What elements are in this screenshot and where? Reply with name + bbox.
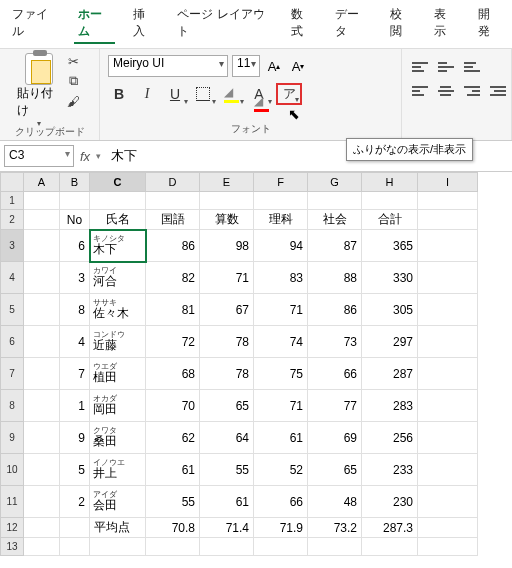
underline-button[interactable]: U▾ bbox=[164, 83, 186, 105]
cell[interactable] bbox=[24, 210, 60, 230]
indent-button[interactable] bbox=[487, 81, 509, 101]
fx-icon[interactable]: fx bbox=[80, 149, 90, 164]
menu-開発[interactable]: 開発 bbox=[474, 4, 504, 44]
cell-val[interactable]: 86 bbox=[308, 294, 362, 326]
cell-no[interactable]: 7 bbox=[60, 358, 90, 390]
cell-val[interactable]: 71 bbox=[254, 294, 308, 326]
cell-val[interactable]: 283 bbox=[362, 390, 418, 422]
increase-font-icon[interactable]: A▴ bbox=[264, 55, 284, 77]
cell-val[interactable]: 77 bbox=[308, 390, 362, 422]
cell[interactable] bbox=[418, 210, 478, 230]
menu-数式[interactable]: 数式 bbox=[287, 4, 317, 44]
cell[interactable] bbox=[362, 538, 418, 556]
cell[interactable] bbox=[418, 518, 478, 538]
cell-val[interactable]: 65 bbox=[200, 390, 254, 422]
col-header-E[interactable]: E bbox=[200, 172, 254, 192]
font-size-select[interactable]: 11 bbox=[232, 55, 260, 77]
cell-name[interactable]: ササキ佐々木 bbox=[90, 294, 146, 326]
italic-button[interactable]: I bbox=[136, 83, 158, 105]
cell-val[interactable]: 78 bbox=[200, 326, 254, 358]
cell-val[interactable]: 75 bbox=[254, 358, 308, 390]
header-rika[interactable]: 理科 bbox=[254, 210, 308, 230]
cell-val[interactable]: 64 bbox=[200, 422, 254, 454]
cell-val[interactable]: 61 bbox=[146, 454, 200, 486]
cell[interactable] bbox=[200, 192, 254, 210]
decrease-font-icon[interactable]: A▾ bbox=[288, 55, 308, 77]
cell-name[interactable]: アイダ会田 bbox=[90, 486, 146, 518]
cell[interactable] bbox=[308, 192, 362, 210]
cell-no[interactable]: 1 bbox=[60, 390, 90, 422]
cell-val[interactable]: 62 bbox=[146, 422, 200, 454]
menu-ページ レイアウト[interactable]: ページ レイアウト bbox=[173, 4, 272, 44]
cell[interactable] bbox=[24, 358, 60, 390]
paste-button[interactable]: 貼り付け ▾ bbox=[17, 53, 61, 128]
cell-val[interactable]: 71 bbox=[200, 262, 254, 294]
align-left-button[interactable] bbox=[409, 81, 431, 101]
cell-val[interactable]: 71 bbox=[254, 390, 308, 422]
formula-value[interactable]: 木下 bbox=[107, 145, 141, 167]
bold-button[interactable]: B bbox=[108, 83, 130, 105]
menu-挿入[interactable]: 挿入 bbox=[129, 4, 159, 44]
cell-val[interactable]: 73 bbox=[308, 326, 362, 358]
cell[interactable] bbox=[24, 390, 60, 422]
cell-name[interactable]: ウエダ植田 bbox=[90, 358, 146, 390]
format-painter-icon[interactable]: 🖌 bbox=[65, 93, 83, 109]
cell-avg[interactable]: 73.2 bbox=[308, 518, 362, 538]
align-top-button[interactable] bbox=[409, 57, 431, 77]
header-name[interactable]: 氏名 bbox=[90, 210, 146, 230]
cell[interactable] bbox=[60, 192, 90, 210]
menu-ファイル[interactable]: ファイル bbox=[8, 4, 60, 44]
cell[interactable] bbox=[24, 486, 60, 518]
cell[interactable] bbox=[200, 538, 254, 556]
cell[interactable] bbox=[24, 454, 60, 486]
cell[interactable] bbox=[60, 538, 90, 556]
cell-no[interactable]: 9 bbox=[60, 422, 90, 454]
cell-val[interactable]: 66 bbox=[254, 486, 308, 518]
cell[interactable] bbox=[418, 192, 478, 210]
cell-name[interactable]: イノウエ井上 bbox=[90, 454, 146, 486]
cell-val[interactable]: 287 bbox=[362, 358, 418, 390]
cell-val[interactable]: 67 bbox=[200, 294, 254, 326]
cell[interactable] bbox=[362, 192, 418, 210]
cell[interactable] bbox=[90, 538, 146, 556]
row-header-8[interactable]: 8 bbox=[0, 390, 24, 422]
row-header-11[interactable]: 11 bbox=[0, 486, 24, 518]
menu-校閲[interactable]: 校閲 bbox=[386, 4, 416, 44]
col-header-D[interactable]: D bbox=[146, 172, 200, 192]
cell-val[interactable]: 98 bbox=[200, 230, 254, 262]
cell-val[interactable]: 61 bbox=[200, 486, 254, 518]
furigana-button[interactable]: ア▾ bbox=[276, 83, 302, 105]
header-sansu[interactable]: 算数 bbox=[200, 210, 254, 230]
menu-データ[interactable]: データ bbox=[331, 4, 372, 44]
cell-val[interactable]: 52 bbox=[254, 454, 308, 486]
header-kokugo[interactable]: 国語 bbox=[146, 210, 200, 230]
font-color-button[interactable]: A▾ bbox=[248, 83, 270, 105]
col-header-C[interactable]: C bbox=[90, 172, 146, 192]
cell-name[interactable]: コンドウ近藤 bbox=[90, 326, 146, 358]
header-shakai[interactable]: 社会 bbox=[308, 210, 362, 230]
col-header-B[interactable]: B bbox=[60, 172, 90, 192]
cell-val[interactable]: 83 bbox=[254, 262, 308, 294]
align-right-button[interactable] bbox=[461, 81, 483, 101]
cell-val[interactable]: 81 bbox=[146, 294, 200, 326]
name-box[interactable]: C3 bbox=[4, 145, 74, 167]
cell-avg[interactable]: 287.3 bbox=[362, 518, 418, 538]
row-header-6[interactable]: 6 bbox=[0, 326, 24, 358]
cell[interactable] bbox=[146, 192, 200, 210]
fill-color-button[interactable]: ▾ bbox=[220, 83, 242, 105]
cell-val[interactable]: 68 bbox=[146, 358, 200, 390]
cell-val[interactable]: 55 bbox=[146, 486, 200, 518]
cell-val[interactable]: 82 bbox=[146, 262, 200, 294]
cell[interactable] bbox=[24, 518, 60, 538]
cell-val[interactable]: 55 bbox=[200, 454, 254, 486]
cell-avg[interactable]: 71.9 bbox=[254, 518, 308, 538]
row-header-5[interactable]: 5 bbox=[0, 294, 24, 326]
cell[interactable] bbox=[418, 538, 478, 556]
cell-val[interactable]: 74 bbox=[254, 326, 308, 358]
cell-avg[interactable]: 70.8 bbox=[146, 518, 200, 538]
row-header-1[interactable]: 1 bbox=[0, 192, 24, 210]
cell[interactable] bbox=[418, 422, 478, 454]
header-gokei[interactable]: 合計 bbox=[362, 210, 418, 230]
col-header-A[interactable]: A bbox=[24, 172, 60, 192]
col-header-G[interactable]: G bbox=[308, 172, 362, 192]
